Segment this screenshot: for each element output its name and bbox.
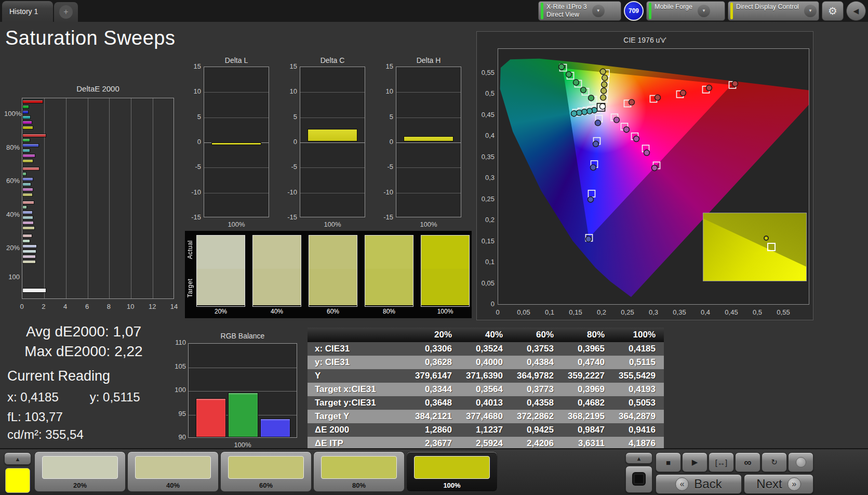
current-fl: fL: 103,77	[7, 410, 63, 424]
stop-icon: ■	[666, 458, 671, 467]
table-cell: 0,3648	[409, 396, 460, 410]
meter-status-stripe	[541, 3, 543, 19]
settings-button[interactable]: ⚙	[822, 1, 844, 21]
stop-button[interactable]: ■	[656, 452, 681, 472]
meter-dropdown[interactable]: X-Rite i1Pro 3 Direct View ▼	[538, 1, 621, 21]
axis-tick-label: 0,5	[750, 308, 765, 316]
range-button[interactable]: [↔]	[709, 452, 734, 472]
table-row: Target x:CIE310,33440,35640,37730,39690,…	[308, 383, 664, 396]
measured-marker	[577, 110, 582, 115]
table-cell: 384,2121	[409, 410, 460, 423]
tab-history-1[interactable]: History 1	[2, 1, 53, 22]
gridline	[88, 98, 88, 298]
table-cell: 0,3753	[511, 342, 562, 356]
display-control-dropdown[interactable]: Direct Display Control ▼	[728, 1, 819, 21]
reference-patch	[421, 235, 470, 307]
reference-patch	[196, 235, 245, 307]
table-cell: 0,3564	[460, 383, 511, 396]
axis-tick-label: 8	[102, 303, 115, 310]
row-label: Y	[308, 369, 409, 383]
measured-marker	[582, 109, 587, 115]
axis-tick-label: 0,3	[646, 308, 661, 316]
display-control-name: Direct Display Control	[736, 3, 799, 11]
saturation-patch-button[interactable]: 60%	[220, 451, 312, 492]
axis-tick-label: 0,2	[478, 216, 495, 224]
deltae-bar	[22, 110, 29, 114]
double-chevron-right-icon: »	[787, 477, 801, 491]
pattern-window-button[interactable]	[625, 466, 652, 493]
play-button[interactable]: ▶	[682, 452, 707, 472]
axis-tick-label: 0	[490, 308, 505, 316]
table-cell: 0,9847	[562, 423, 613, 437]
axis-category-label: 40%	[4, 211, 20, 218]
chart-plot	[300, 67, 365, 217]
delta-bar	[308, 129, 357, 141]
deltae-bar	[22, 226, 35, 230]
avg-value: 1,07	[113, 323, 142, 340]
table-cell: 359,2227	[562, 369, 613, 383]
axis-tick-label: -10	[287, 188, 297, 196]
target-marker	[589, 190, 595, 197]
axis-tick-label: 0,15	[478, 237, 495, 245]
axis-tick-label: 0,4	[478, 132, 495, 139]
saturation-patch-button[interactable]: 40%	[127, 451, 219, 492]
chevron-down-icon: ▼	[592, 5, 605, 17]
patch-label: 100%	[407, 481, 497, 489]
table-cell: 0,3344	[409, 383, 460, 396]
infinity-button[interactable]: ∞	[735, 452, 760, 472]
measured-marker	[566, 72, 572, 77]
chevron-down-icon: ▼	[804, 5, 817, 17]
patch-swatch	[228, 456, 304, 479]
gridline	[66, 98, 66, 298]
back-button[interactable]: « Back	[656, 474, 742, 494]
measured-marker	[680, 90, 686, 96]
axis-tick-label: 15	[386, 62, 393, 70]
inset-target-marker	[767, 243, 776, 251]
axis-tick-label: 12	[146, 303, 158, 310]
fl-value: 103,77	[24, 410, 62, 424]
gridline	[131, 98, 131, 298]
indicator-button[interactable]	[788, 452, 813, 472]
saturation-patch-button[interactable]: 80%	[313, 451, 405, 492]
deltae-bar	[22, 183, 31, 186]
pattern-source-dropdown[interactable]: Mobile Forge ▼	[646, 1, 725, 21]
loop-button[interactable]: ↻	[762, 452, 787, 472]
deltae-bar	[22, 288, 46, 293]
measured-marker	[706, 85, 712, 91]
table-cell: 355,5429	[613, 369, 664, 383]
measured-marker	[601, 88, 607, 94]
next-button[interactable]: Next »	[744, 474, 813, 494]
axis-tick-label: 0,55	[776, 308, 791, 316]
gridline	[44, 98, 45, 298]
delta-bar	[404, 136, 453, 141]
bottom-bar: ▲ 20%40%60%80%100% ▲ ■▶[↔]∞↻ « Back Next…	[0, 448, 868, 495]
saturation-patch-button[interactable]: 100%	[406, 451, 498, 492]
table-row: y: CIE310,36280,40000,43840,47400,5115	[308, 356, 664, 369]
axis-tick-label: 0,2	[594, 308, 609, 316]
page-title: Saturation Sweeps	[5, 27, 175, 49]
expand-pattern-window-button[interactable]: ▲	[625, 452, 652, 464]
collapse-panel-button[interactable]: ◀	[846, 1, 866, 21]
table-cell: 0,9416	[613, 423, 664, 437]
expand-current-patch-button[interactable]: ▲	[4, 452, 31, 465]
actual-target-strip: Actual Target 20%40%60%80%100%	[185, 231, 472, 318]
target-swatch	[421, 269, 469, 305]
gridline	[396, 193, 461, 193]
saturation-patch-button[interactable]: 20%	[34, 451, 126, 492]
table-cell: 371,6390	[460, 369, 511, 383]
gridline	[396, 92, 461, 93]
axis-tick-label: 0,45	[478, 111, 495, 119]
table-row: Target Y384,2121377,4680372,2862368,2195…	[308, 410, 664, 423]
table-cell: 0,4740	[562, 356, 613, 369]
colorspace-badge[interactable]: 709	[624, 1, 644, 21]
pattern-window-icon	[633, 473, 645, 485]
table-cell: 368,2195	[562, 410, 613, 423]
add-tab-button[interactable]: +	[54, 2, 78, 22]
table-cell: 377,4680	[460, 410, 511, 423]
target-swatch	[197, 269, 245, 305]
current-patch-inset	[703, 213, 807, 281]
axis-tick-label: 0	[478, 300, 495, 308]
deltae-bar	[22, 149, 30, 152]
reference-patch	[252, 235, 301, 307]
axis-tick-label: 90	[168, 433, 186, 441]
